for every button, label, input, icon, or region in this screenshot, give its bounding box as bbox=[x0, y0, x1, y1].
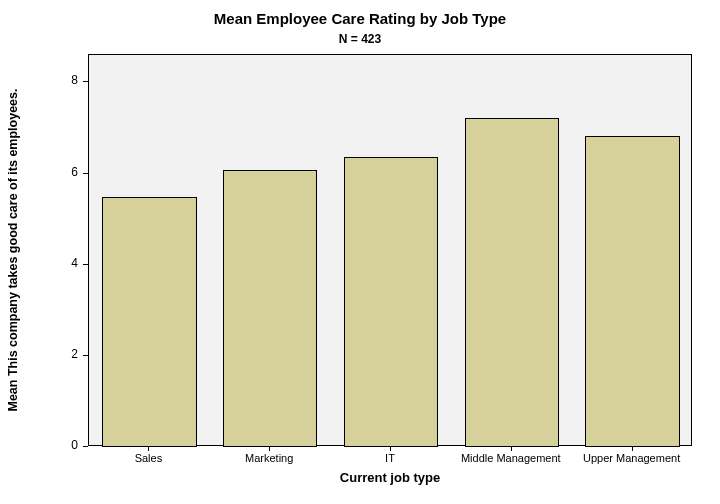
x-tick-mark bbox=[390, 446, 391, 451]
x-tick-mark bbox=[148, 446, 149, 451]
x-tick-mark bbox=[269, 446, 270, 451]
y-tick-label: 2 bbox=[48, 347, 78, 361]
x-tick-mark bbox=[632, 446, 633, 451]
y-tick-mark bbox=[83, 446, 88, 447]
bar bbox=[465, 118, 559, 447]
y-tick-label: 6 bbox=[48, 165, 78, 179]
y-axis-label: Mean This company takes good care of its… bbox=[6, 54, 46, 446]
x-tick-mark bbox=[511, 446, 512, 451]
y-tick-label: 0 bbox=[48, 438, 78, 452]
y-tick-label: 8 bbox=[48, 73, 78, 87]
bar bbox=[585, 136, 679, 447]
bar bbox=[223, 170, 317, 447]
x-axis-label: Current job type bbox=[88, 470, 692, 485]
y-tick-mark bbox=[83, 173, 88, 174]
x-tick-label: Upper Management bbox=[571, 452, 692, 464]
plot-area bbox=[88, 54, 692, 446]
chart-container: Mean Employee Care Rating by Job Type N … bbox=[0, 0, 720, 504]
bar bbox=[344, 157, 438, 447]
y-tick-mark bbox=[83, 81, 88, 82]
chart-title: Mean Employee Care Rating by Job Type bbox=[0, 10, 720, 27]
bar bbox=[102, 197, 196, 447]
x-tick-label: Middle Management bbox=[450, 452, 571, 464]
x-tick-label: Marketing bbox=[209, 452, 330, 464]
x-tick-label: Sales bbox=[88, 452, 209, 464]
x-tick-label: IT bbox=[330, 452, 451, 464]
y-tick-mark bbox=[83, 264, 88, 265]
chart-subtitle: N = 423 bbox=[0, 32, 720, 46]
y-tick-label: 4 bbox=[48, 256, 78, 270]
y-tick-mark bbox=[83, 355, 88, 356]
